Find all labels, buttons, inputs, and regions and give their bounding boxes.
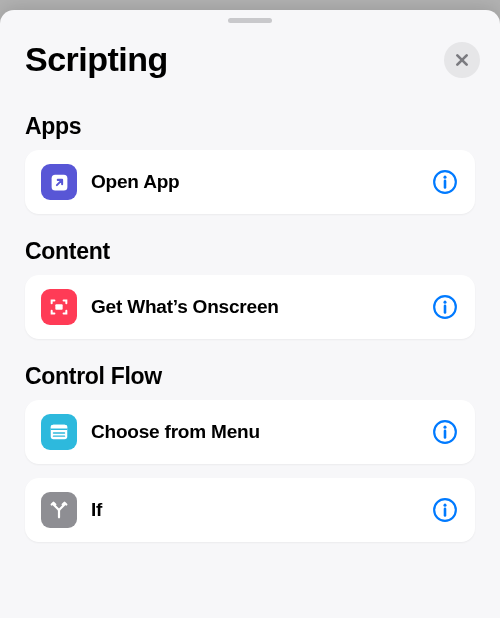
page-title: Scripting (25, 40, 168, 79)
sheet-grabber[interactable] (228, 18, 272, 23)
section-content: Content Get What’s Onscreen (25, 238, 475, 339)
close-button[interactable] (444, 42, 480, 78)
info-icon (432, 419, 458, 445)
menu-list-icon (41, 414, 77, 450)
svg-point-19 (443, 504, 446, 507)
screen-capture-icon (41, 289, 77, 325)
svg-rect-6 (55, 304, 62, 310)
section-header-apps: Apps (25, 113, 475, 140)
action-row-if[interactable]: If (25, 478, 475, 542)
content-area: Apps Open App (0, 113, 500, 542)
action-label: Choose from Menu (91, 421, 431, 443)
info-icon (432, 497, 458, 523)
info-button[interactable] (431, 418, 459, 446)
info-button[interactable] (431, 496, 459, 524)
section-control-flow: Control Flow Choose from Menu (25, 363, 475, 542)
action-row-get-onscreen[interactable]: Get What’s Onscreen (25, 275, 475, 339)
action-label: Open App (91, 171, 431, 193)
section-header-control-flow: Control Flow (25, 363, 475, 390)
arrow-up-right-square-icon (41, 164, 77, 200)
info-button[interactable] (431, 293, 459, 321)
section-apps: Apps Open App (25, 113, 475, 214)
svg-point-4 (443, 176, 446, 179)
action-row-open-app[interactable]: Open App (25, 150, 475, 214)
svg-point-8 (443, 301, 446, 304)
section-header-content: Content (25, 238, 475, 265)
close-icon (454, 52, 470, 68)
svg-point-16 (443, 426, 446, 429)
action-label: If (91, 499, 431, 521)
info-icon (432, 169, 458, 195)
branch-icon (41, 492, 77, 528)
action-sheet: Scripting Apps Open App (0, 10, 500, 618)
info-icon (432, 294, 458, 320)
action-label: Get What’s Onscreen (91, 296, 431, 318)
action-row-choose-from-menu[interactable]: Choose from Menu (25, 400, 475, 464)
info-button[interactable] (431, 168, 459, 196)
